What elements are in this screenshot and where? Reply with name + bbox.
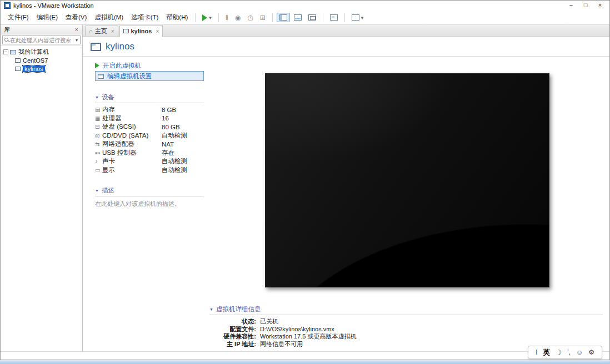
device-row[interactable]: ⇆ 网络适配器 NAT xyxy=(95,140,204,149)
device-row[interactable]: ▤ 内存 8 GB xyxy=(95,105,204,114)
library-close-icon[interactable]: × xyxy=(73,26,80,33)
menubar: 文件(F)编辑(E)查看(V)虚拟机(M)选项卡(T)帮助(H) ▾ ‖ ◉ ◷… xyxy=(1,11,609,25)
power-on-vm-link[interactable]: 开启此虚拟机 xyxy=(95,61,204,70)
detail-value: Workstation 17.5 或更高版本虚拟机 xyxy=(256,333,356,341)
menu-item[interactable]: 虚拟机(M) xyxy=(91,12,127,23)
collapse-marker-icon[interactable]: ▼ xyxy=(95,189,99,193)
detail-label: 主 IP 地址: xyxy=(209,341,256,348)
menu-item[interactable]: 帮助(H) xyxy=(162,12,192,23)
vm-summary-page: kylinos 开启此虚拟机 编辑虚拟机设置 xyxy=(83,37,609,351)
description-placeholder[interactable]: 在此处键入对该虚拟机的描述。 xyxy=(95,196,204,208)
device-value: 存在 xyxy=(162,149,174,157)
vm-console-preview[interactable] xyxy=(265,73,549,287)
device-row[interactable]: ◎ CD/DVD (SATA) 自动检测 xyxy=(95,132,204,140)
ime-toolbar: I 英 ☽ ’, ☺ ⚙ xyxy=(528,346,602,359)
ime-width-mode-icon[interactable]: ☽ xyxy=(553,348,564,356)
tab-home-close-icon[interactable]: × xyxy=(111,28,114,34)
tab-kylinos-close-icon[interactable]: × xyxy=(156,28,159,34)
snapshot-manager-button[interactable]: ⊞ xyxy=(257,12,268,23)
vm-icon xyxy=(15,58,21,63)
tree-expander-icon[interactable]: − xyxy=(3,49,8,54)
vm-left-column: 开启此虚拟机 编辑虚拟机设置 ▼ 设备 xyxy=(83,57,204,351)
console-view-button[interactable] xyxy=(291,13,304,22)
search-dropdown-icon[interactable]: ▾ xyxy=(73,38,79,43)
tree-item-centos7[interactable]: CentOS7 xyxy=(15,56,81,64)
search-icon xyxy=(4,38,8,42)
collapse-marker-icon[interactable]: ▼ xyxy=(95,95,99,99)
device-row[interactable]: ⊟ 硬盘 (SCSI) 80 GB xyxy=(95,123,204,132)
library-panel: 库 × ▾ − 我的计算机 xyxy=(1,25,83,351)
fullscreen-icon xyxy=(308,14,316,21)
minimize-button[interactable]: − xyxy=(564,1,578,10)
ime-emoji-icon[interactable]: ☺ xyxy=(573,348,586,356)
device-row[interactable]: ▭ 显示 自动检测 xyxy=(95,166,204,175)
device-value: 8 GB xyxy=(162,107,176,113)
vmware-window: kylinos - VMware Workstation − □ × 文件(F)… xyxy=(0,0,610,360)
menu-item[interactable]: 查看(V) xyxy=(62,12,91,23)
device-value: 自动检测 xyxy=(162,132,187,140)
vm-details-list: 状态: 已关机 配置文件: D:\VOS\kylinos\kylinos.vmx xyxy=(209,315,603,348)
tab-kylinos[interactable]: kylinos × xyxy=(119,25,163,37)
main-area: ⌂ 主页 × kylinos × kylinos xyxy=(83,25,609,351)
edit-settings-icon xyxy=(98,74,104,79)
ime-settings-gear-icon[interactable]: ⚙ xyxy=(586,348,597,356)
library-search-input[interactable] xyxy=(10,37,73,43)
device-row[interactable]: ♪ 声卡 自动检测 xyxy=(95,157,204,166)
device-row[interactable]: ▦ 处理器 16 xyxy=(95,114,204,123)
send-input-button[interactable]: ▾ xyxy=(349,13,367,22)
titlebar: kylinos - VMware Workstation − □ × xyxy=(1,1,609,11)
device-name: 显示 xyxy=(102,166,115,174)
play-icon xyxy=(202,14,207,21)
vm-title: kylinos xyxy=(106,41,134,52)
devices-section: ▼ 设备 ▤ 内存 xyxy=(95,93,204,174)
collapse-marker-icon[interactable]: ▼ xyxy=(209,307,213,311)
vm-details-header[interactable]: ▼ 虚拟机详细信息 xyxy=(209,305,603,315)
tab-home[interactable]: ⌂ 主页 × xyxy=(85,26,118,36)
description-header-label: 描述 xyxy=(102,186,114,195)
device-name: CD/DVD (SATA) xyxy=(102,132,148,139)
edit-vm-settings-label: 编辑虚拟机设置 xyxy=(107,72,152,80)
close-button[interactable]: × xyxy=(593,1,607,10)
show-library-button[interactable] xyxy=(277,13,290,22)
toolbar-separator xyxy=(195,13,196,22)
menu-item[interactable]: 选项卡(T) xyxy=(127,12,162,23)
taskbar[interactable] xyxy=(0,360,610,364)
tab-home-label: 主页 xyxy=(95,27,107,36)
edit-vm-settings-link[interactable]: 编辑虚拟机设置 xyxy=(95,71,204,81)
device-list: ▤ 内存 8 GB ▦ xyxy=(95,103,204,174)
ime-language-button[interactable]: 英 xyxy=(541,348,553,357)
device-row[interactable]: ⊷ USB 控制器 存在 xyxy=(95,149,204,158)
revert-snapshot-button[interactable]: ◷ xyxy=(244,12,256,23)
description-section-header[interactable]: ▼ 描述 xyxy=(95,186,204,196)
devices-section-header[interactable]: ▼ 设备 xyxy=(95,93,204,103)
ime-punctuation-icon[interactable]: ’, xyxy=(564,348,573,356)
library-panel-icon xyxy=(279,14,287,21)
device-name: 硬盘 (SCSI) xyxy=(102,123,136,131)
library-searchbox[interactable]: ▾ xyxy=(2,36,81,44)
detail-value: 网络信息不可用 xyxy=(256,341,303,348)
suspend-button[interactable]: ‖ xyxy=(223,12,231,23)
send-input-icon xyxy=(352,14,359,21)
window-controls: − □ × xyxy=(564,1,607,10)
fullscreen-button[interactable] xyxy=(306,13,319,22)
tree-children: CentOS7 kylinos xyxy=(2,56,81,73)
tree-item-kylinos[interactable]: kylinos xyxy=(15,64,81,73)
menu-item[interactable]: 编辑(E) xyxy=(33,12,62,23)
tree-root-my-computer[interactable]: − 我的计算机 xyxy=(2,48,81,56)
description-section: ▼ 描述 在此处键入对该虚拟机的描述。 xyxy=(95,186,204,208)
power-dropdown-caret-icon[interactable]: ▾ xyxy=(209,15,212,21)
take-snapshot-button[interactable]: ◉ xyxy=(232,12,243,23)
tree-item-label: CentOS7 xyxy=(23,57,48,64)
power-on-vm-label: 开启此虚拟机 xyxy=(103,62,141,70)
power-on-button[interactable]: ▾ xyxy=(199,13,214,23)
menu-item[interactable]: 文件(F) xyxy=(4,12,33,23)
vm-icon xyxy=(91,43,101,51)
unity-button[interactable] xyxy=(327,13,341,22)
device-name: USB 控制器 xyxy=(102,149,136,157)
device-name: 内存 xyxy=(102,105,115,114)
console-view-icon xyxy=(294,14,302,21)
detail-value: 已关机 xyxy=(256,318,278,326)
device-name: 声卡 xyxy=(102,157,115,165)
device-icon: ⊟ xyxy=(95,124,102,130)
maximize-button[interactable]: □ xyxy=(578,1,593,10)
